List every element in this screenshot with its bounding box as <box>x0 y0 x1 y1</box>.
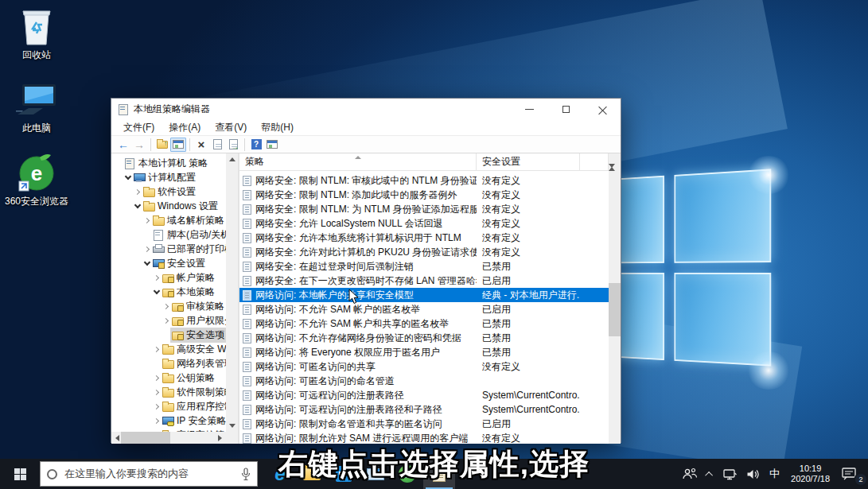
expander-collapsed-icon[interactable] <box>152 419 161 423</box>
policy-row[interactable]: 网络安全: 允许本地系统将计算机标识用于 NTLM没有定义 <box>239 231 609 245</box>
tree-item[interactable]: 公钥策略 <box>111 371 226 385</box>
start-button[interactable] <box>0 459 40 489</box>
scroll-down-arrow[interactable] <box>609 168 621 182</box>
policy-setting: 没有定义 <box>477 432 580 444</box>
show-hidden-icons-button[interactable] <box>703 459 718 489</box>
expander-collapsed-icon[interactable] <box>152 390 161 394</box>
scroll-down-arrow[interactable] <box>226 420 238 432</box>
policy-row[interactable]: 网络安全: 限制 NTLM: 为 NTLM 身份验证添加远程服务器...没有定义 <box>239 202 609 216</box>
policy-row[interactable]: 网络安全: 在下一次更改密码时不存储 LAN 管理器哈希值已启用 <box>239 274 609 288</box>
desktop-icon-this-pc[interactable]: 此电脑 <box>3 78 70 134</box>
menu-item-2[interactable]: 查看(V) <box>208 119 254 136</box>
notification-badge: 2 <box>855 474 866 485</box>
expander-collapsed-icon[interactable] <box>142 247 151 251</box>
policy-name: 网络访问: 可远程访问的注册表路径和子路径 <box>255 403 442 417</box>
expander-collapsed-icon[interactable] <box>162 319 170 323</box>
folder-icon <box>162 373 173 382</box>
close-button[interactable] <box>584 99 621 119</box>
expander-collapsed-icon[interactable] <box>152 276 161 280</box>
policy-row[interactable]: 网络安全: 限制 NTLM: 添加此域中的服务器例外没有定义 <box>239 188 609 202</box>
tree-item[interactable]: Windows 设置 <box>111 199 226 213</box>
menu-item-3[interactable]: 帮助(H) <box>254 119 301 136</box>
column-header-policy[interactable]: 策略 <box>239 153 477 170</box>
volume-button[interactable] <box>741 459 765 489</box>
tree-item[interactable]: 脚本(启动/关机) <box>111 227 226 242</box>
tree-item[interactable]: IP 安全策略, <box>111 413 226 428</box>
scroll-up-arrow[interactable] <box>226 153 238 165</box>
taskbar-clock[interactable]: 10:19 2020/7/18 <box>784 464 836 484</box>
taskbar-search-box[interactable]: 在这里输入你要搜索的内容 <box>40 461 258 487</box>
export-list-button[interactable] <box>225 138 241 152</box>
scroll-right-arrow[interactable] <box>214 432 226 444</box>
expander-collapsed-icon[interactable] <box>133 190 142 194</box>
policy-row[interactable]: 网络访问: 不允许 SAM 帐户和共享的匿名枚举已禁用 <box>239 316 609 331</box>
minimize-button[interactable] <box>511 99 547 119</box>
tree-vertical-scrollbar[interactable] <box>226 153 238 432</box>
window-titlebar[interactable]: 本地组策略编辑器 <box>111 99 621 119</box>
tree-item[interactable]: 高级安全 Wi <box>111 342 226 356</box>
microphone-icon[interactable] <box>241 468 251 481</box>
ime-indicator[interactable]: 中 <box>765 459 784 489</box>
up-one-level-button[interactable]: ↑ <box>154 138 170 152</box>
expander-collapsed-icon[interactable] <box>162 305 170 309</box>
tree-item[interactable]: 审核策略 <box>111 299 226 313</box>
tree-item[interactable]: 软件设置 <box>111 184 226 199</box>
policy-row[interactable]: 网络安全: 限制 NTLM: 审核此域中的 NTLM 身份验证没有定义 <box>239 173 609 188</box>
expander-collapsed-icon[interactable] <box>152 376 161 380</box>
tree-item[interactable]: 用户权限分配 <box>111 313 226 328</box>
expander-expanded-icon[interactable] <box>142 262 151 265</box>
tree-item[interactable]: 安全选项 <box>111 328 226 342</box>
tree-item[interactable]: 安全设置 <box>111 256 226 270</box>
desktop-icon-360-browser[interactable]: e 360安全浏览器 <box>3 151 70 207</box>
policy-row[interactable]: 网络访问: 本地帐户的共享和安全模型经典 - 对本地用户进行... <box>239 288 609 302</box>
policy-row[interactable]: 网络访问: 可匿名访问的共享没有定义 <box>239 359 609 374</box>
tree-item[interactable]: 软件限制策略 <box>111 385 226 399</box>
expander-collapsed-icon[interactable] <box>152 347 161 351</box>
policy-doc-icon <box>243 362 251 372</box>
action-center-button[interactable]: 2 <box>836 459 868 489</box>
people-button[interactable] <box>677 459 703 489</box>
tree-item[interactable]: 帐户策略 <box>111 270 226 285</box>
policy-row[interactable]: 网络访问: 可远程访问的注册表路径System\CurrentContro... <box>239 388 609 402</box>
list-vertical-scrollbar[interactable] <box>609 153 621 444</box>
tree-item[interactable]: 已部署的打印机 <box>111 242 226 256</box>
policy-row[interactable]: 网络访问: 不允许存储网络身份验证的密码和凭据已禁用 <box>239 331 609 345</box>
expander-collapsed-icon[interactable] <box>152 405 161 409</box>
tree-item[interactable]: 本地计算机 策略 <box>111 156 226 170</box>
new-window-button[interactable] <box>264 138 280 152</box>
desktop-icon-recycle-bin[interactable]: 回收站 <box>3 5 70 60</box>
menu-item-0[interactable]: 文件(F) <box>116 119 162 136</box>
expander-collapsed-icon[interactable] <box>142 219 151 223</box>
properties-button[interactable] <box>209 138 225 152</box>
help-button[interactable]: ? <box>248 138 264 152</box>
maximize-button[interactable] <box>547 99 584 119</box>
tree-horizontal-scrollbar[interactable] <box>111 432 226 444</box>
tree-item[interactable]: 应用程序控制 <box>111 399 226 413</box>
expander-expanded-icon[interactable] <box>133 204 142 208</box>
policy-row[interactable]: 网络访问: 限制允许对 SAM 进行远程调用的客户端没有定义 <box>239 431 609 444</box>
tree-item[interactable]: 本地策略 <box>111 285 226 299</box>
policy-name: 网络访问: 限制允许对 SAM 进行远程调用的客户端 <box>255 432 468 444</box>
policy-row[interactable]: 网络访问: 限制对命名管道和共享的匿名访问已启用 <box>239 417 609 431</box>
column-header-setting[interactable]: 安全设置 <box>477 153 580 170</box>
policy-row[interactable]: 网络访问: 将 Everyone 权限应用于匿名用户已禁用 <box>239 345 609 359</box>
scrollbar-thumb[interactable] <box>121 432 170 444</box>
network-button[interactable] <box>718 459 741 489</box>
scrollbar-thumb[interactable] <box>609 283 621 336</box>
expander-expanded-icon[interactable] <box>123 176 132 179</box>
back-button[interactable]: ← <box>115 138 131 152</box>
show-console-tree-button[interactable] <box>170 138 186 152</box>
expander-expanded-icon[interactable] <box>152 290 161 293</box>
policy-row[interactable]: 网络访问: 可远程访问的注册表路径和子路径System\CurrentContr… <box>239 402 609 417</box>
menu-item-1[interactable]: 操作(A) <box>162 119 208 136</box>
tree-item[interactable]: 网络列表管理 <box>111 356 226 371</box>
policy-row[interactable]: 网络安全: 允许对此计算机的 PKU2U 身份验证请求使用联...没有定义 <box>239 245 609 259</box>
delete-button[interactable]: × <box>193 138 209 152</box>
policy-row[interactable]: 网络安全: 在超过登录时间后强制注销已禁用 <box>239 259 609 274</box>
policy-row[interactable]: 网络访问: 不允许 SAM 帐户的匿名枚举已启用 <box>239 302 609 316</box>
forward-button[interactable]: → <box>131 138 147 152</box>
tree-item[interactable]: 计算机配置 <box>111 170 226 184</box>
tree-item[interactable]: 域名解析策略 <box>111 213 226 227</box>
policy-row[interactable]: 网络安全: 允许 LocalSystem NULL 会话回退没有定义 <box>239 216 609 231</box>
policy-row[interactable]: 网络访问: 可匿名访问的命名管道 <box>239 374 609 388</box>
